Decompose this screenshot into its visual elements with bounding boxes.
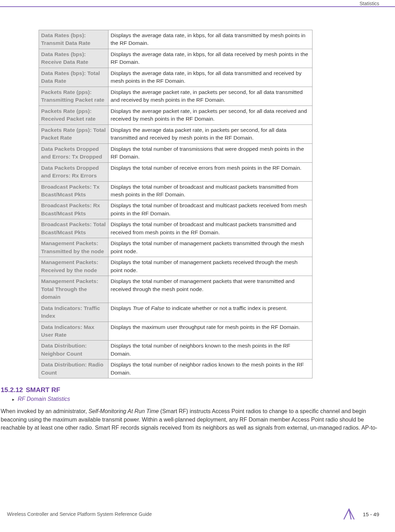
description-cell: Displays the total number of broadcast a…: [108, 181, 312, 200]
definitions-table: Data Rates (bps): Transmit Data RateDisp…: [39, 30, 312, 378]
table-row: Packets Rate (pps): Transmitting Packet …: [39, 87, 312, 106]
page-footer: Wireless Controller and Service Platform…: [0, 507, 395, 521]
term-cell: Management Packets: Received by the node: [39, 257, 108, 276]
table-row: Data Indicators: Traffic IndexDisplays T…: [39, 303, 312, 322]
term-cell: Data Packets Dropped and Errors: Rx Erro…: [39, 162, 108, 181]
term-cell: Broadcast Packets: Total Bcast/Mcast Pkt…: [39, 219, 108, 238]
table-row: Packets Rate (pps): Total Packet RateDis…: [39, 124, 312, 143]
description-cell: Displays the total number of neighbors k…: [108, 341, 312, 359]
description-cell: Displays the maximum user throughput rat…: [108, 322, 312, 341]
term-cell: Data Rates (bps): Receive Data Rate: [39, 49, 108, 68]
description-cell: Displays the total number of broadcast a…: [108, 219, 312, 238]
table-row: Management Packets: Transmitted by the n…: [39, 238, 312, 257]
page-content: Data Rates (bps): Transmit Data RateDisp…: [0, 30, 395, 432]
term-cell: Data Distribution: Neighbor Count: [39, 341, 108, 359]
description-cell: Displays the average data rate, in kbps,…: [108, 68, 312, 87]
header-rule: [0, 6, 395, 7]
description-cell: Displays the average data rate, in kbps,…: [108, 49, 312, 68]
breadcrumb-label: RF Domain Statistics: [18, 396, 70, 402]
description-cell: Displays the total number of management …: [108, 238, 312, 257]
term-cell: Data Rates (bps): Total Data Rate: [39, 68, 108, 87]
table-row: Data Packets Dropped and Errors: Rx Erro…: [39, 162, 312, 181]
term-cell: Data Indicators: Max User Rate: [39, 322, 108, 341]
description-cell: Displays the total number of receive err…: [108, 162, 312, 181]
table-row: Data Distribution: Neighbor CountDisplay…: [39, 341, 312, 359]
section-heading: 15.2.12SMART RF: [1, 386, 379, 394]
description-cell: Displays True of False to indicate wheth…: [108, 303, 312, 322]
description-cell: Displays the average packet rate, in pac…: [108, 106, 312, 124]
term-cell: Packets Rate (pps): Transmitting Packet …: [39, 87, 108, 106]
footer-right: 15 - 49: [342, 507, 379, 521]
description-cell: Displays the total number of transmissio…: [108, 143, 312, 162]
term-cell: Packets Rate (pps): Total Packet Rate: [39, 124, 108, 143]
paragraph-text-pre: When invoked by an administrator,: [1, 408, 88, 414]
table-row: Management Packets: Received by the node…: [39, 257, 312, 276]
section-paragraph: When invoked by an administrator, Self-M…: [1, 407, 382, 432]
description-cell: Displays the total number of management …: [108, 257, 312, 276]
footer-title: Wireless Controller and Service Platform…: [7, 511, 152, 517]
breadcrumb[interactable]: RF Domain Statistics: [12, 396, 379, 402]
description-cell: Displays the average data rate, in kbps,…: [108, 30, 312, 49]
table-row: Management Packets: Total Through the do…: [39, 276, 312, 303]
table-row: Data Rates (bps): Transmit Data RateDisp…: [39, 30, 312, 49]
table-row: Broadcast Packets: Rx Bcast/Mcast PktsDi…: [39, 200, 312, 219]
section-number: 15.2.12: [1, 386, 23, 393]
term-cell: Management Packets: Total Through the do…: [39, 276, 108, 303]
table-row: Data Packets Dropped and Errors: Tx Drop…: [39, 143, 312, 162]
table-row: Broadcast Packets: Total Bcast/Mcast Pkt…: [39, 219, 312, 238]
table-row: Packets Rate (pps): Received Packet rate…: [39, 106, 312, 124]
table-row: Data Rates (bps): Total Data RateDisplay…: [39, 68, 312, 87]
term-cell: Management Packets: Transmitted by the n…: [39, 238, 108, 257]
description-cell: Displays the total number of neighbor ra…: [108, 359, 312, 378]
table-row: Broadcast Packets: Tx Bcast/Mcast PktsDi…: [39, 181, 312, 200]
page-number: 15 - 49: [363, 511, 379, 517]
term-cell: Data Distribution: Radio Count: [39, 359, 108, 378]
table-row: Data Rates (bps): Receive Data RateDispl…: [39, 49, 312, 68]
header-section-label: Statistics: [360, 0, 379, 6]
term-cell: Packets Rate (pps): Received Packet rate: [39, 106, 108, 124]
description-cell: Displays the average packet rate, in pac…: [108, 87, 312, 106]
term-cell: Data Rates (bps): Transmit Data Rate: [39, 30, 108, 49]
description-cell: Displays the total number of broadcast a…: [108, 200, 312, 219]
term-cell: Data Packets Dropped and Errors: Tx Drop…: [39, 143, 108, 162]
term-cell: Data Indicators: Traffic Index: [39, 303, 108, 322]
term-cell: Broadcast Packets: Rx Bcast/Mcast Pkts: [39, 200, 108, 219]
description-cell: Displays the average data packet rate, i…: [108, 124, 312, 143]
table-row: Data Distribution: Radio CountDisplays t…: [39, 359, 312, 378]
paragraph-text-italic: Self-Monitoring At Run Time: [88, 408, 159, 414]
brand-logo-icon: [342, 507, 356, 521]
term-cell: Broadcast Packets: Tx Bcast/Mcast Pkts: [39, 181, 108, 200]
description-cell: Displays the total number of management …: [108, 276, 312, 303]
section-title: SMART RF: [26, 386, 60, 393]
table-row: Data Indicators: Max User RateDisplays t…: [39, 322, 312, 341]
